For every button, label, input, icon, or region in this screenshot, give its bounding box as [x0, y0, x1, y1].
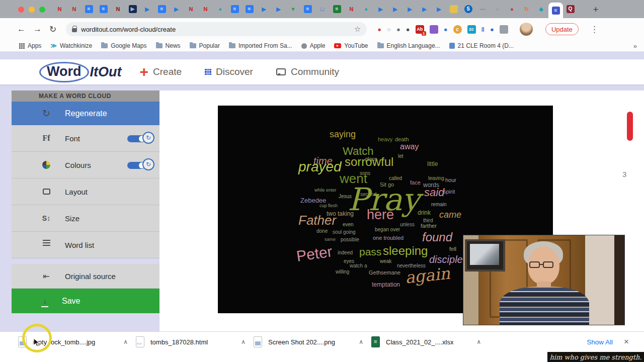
save-button[interactable]: ↓ Save: [12, 289, 159, 313]
bookmark-item[interactable]: Apple: [301, 42, 326, 49]
browser-tab[interactable]: ≡: [242, 0, 257, 18]
nav-item-discover[interactable]: Discover: [205, 66, 253, 77]
extension-icon[interactable]: zc: [467, 25, 476, 34]
browser-tab[interactable]: [446, 0, 461, 18]
sidebar-item-font[interactable]: FfFont↻: [12, 125, 159, 152]
bookmark-item[interactable]: ≫Watchkinize: [50, 42, 92, 49]
browser-tab[interactable]: ↻: [519, 0, 534, 18]
browser-tab[interactable]: ▶: [140, 0, 154, 18]
close-window-button[interactable]: [18, 7, 24, 13]
downloads-close-icon[interactable]: ×: [624, 337, 636, 347]
folder-icon: [377, 43, 384, 48]
browser-tab[interactable]: ≡: [300, 0, 315, 18]
sidebar-item-word-list[interactable]: Word list: [12, 232, 159, 258]
new-tab-button[interactable]: +: [590, 4, 602, 16]
bookmark-item[interactable]: Apps: [19, 42, 41, 49]
extension-icon[interactable]: ●: [444, 26, 448, 33]
tab-favicon: ≡: [85, 5, 93, 13]
browser-tab[interactable]: ▶: [257, 0, 271, 18]
browser-tab[interactable]: ◆: [534, 0, 548, 18]
url-text[interactable]: worditout.com/word-cloud/create: [81, 26, 176, 33]
browser-tab[interactable]: ●: [359, 0, 373, 18]
browser-tab[interactable]: ▶: [388, 0, 403, 18]
profile-avatar[interactable]: [520, 23, 533, 36]
cloud-word: called: [389, 176, 402, 181]
browser-menu-icon[interactable]: ⋮: [590, 24, 599, 35]
browser-tab[interactable]: □: [315, 0, 330, 18]
back-button[interactable]: ←: [17, 24, 26, 34]
browser-tab[interactable]: N: [344, 0, 359, 18]
bookmark-item[interactable]: English Language...: [377, 42, 440, 49]
browser-tab[interactable]: ▶: [271, 0, 286, 18]
sidebar-item-layout[interactable]: Layout: [12, 178, 159, 205]
browser-tab[interactable]: Q: [563, 0, 578, 18]
browser-tab[interactable]: ≡: [82, 0, 96, 18]
browser-tab[interactable]: ●: [213, 0, 227, 18]
browser-tab[interactable]: ≡: [548, 3, 563, 18]
browser-tab[interactable]: ≡: [330, 0, 344, 18]
browser-tab[interactable]: ≡: [154, 0, 169, 18]
browser-tab[interactable]: N: [67, 0, 82, 18]
download-chevron-icon[interactable]: ∧: [241, 338, 246, 345]
update-button[interactable]: Update: [545, 23, 579, 35]
original-source-button[interactable]: ⇤ Original source: [12, 264, 159, 289]
browser-tab[interactable]: ▶: [169, 0, 184, 18]
sidebar-item-colours[interactable]: Colours↻: [12, 152, 159, 178]
browser-tab[interactable]: ≡: [96, 0, 111, 18]
extension-icon[interactable]: [430, 25, 438, 34]
download-item[interactable]: Class_2021_02_....xlsx∧: [371, 336, 481, 347]
extension-icon[interactable]: ‖: [481, 26, 485, 33]
extension-icon[interactable]: Ab1: [416, 25, 424, 34]
extension-icon[interactable]: ●: [377, 26, 381, 33]
reload-button[interactable]: ↻: [49, 24, 56, 35]
browser-tab[interactable]: N: [198, 0, 213, 18]
url-bar[interactable]: worditout.com/word-cloud/create ☆: [66, 22, 367, 36]
download-chevron-icon[interactable]: ∧: [123, 338, 128, 345]
browser-tab[interactable]: ≡: [227, 0, 242, 18]
colours-refresh-button[interactable]: ↻: [142, 158, 154, 170]
browser-tab[interactable]: ▶: [125, 0, 140, 18]
bookmark-item[interactable]: Google Maps: [101, 42, 146, 49]
bookmark-star-icon[interactable]: ☆: [354, 25, 361, 34]
extension-icon[interactable]: ●: [396, 26, 400, 33]
minimize-window-button[interactable]: [29, 7, 35, 13]
worditout-logo[interactable]: Word ItOut: [39, 62, 121, 82]
browser-tab[interactable]: ▶: [403, 0, 417, 18]
browser-tab[interactable]: N: [52, 0, 67, 18]
browser-tab[interactable]: ▶: [373, 0, 388, 18]
browser-tab[interactable]: ●: [505, 0, 519, 18]
bookmark-item[interactable]: YouTube: [334, 42, 368, 49]
extension-icon[interactable]: c: [453, 25, 462, 34]
extension-icon[interactable]: ●: [490, 26, 494, 33]
extension-icon[interactable]: [500, 25, 508, 34]
forward-button[interactable]: →: [33, 24, 42, 34]
tab-favicon: ▶: [393, 7, 397, 12]
download-item[interactable]: tombs_187028.html∧: [136, 336, 246, 347]
download-item[interactable]: Screen Shot 202....png∧: [254, 336, 363, 347]
doc-icon: [449, 43, 455, 49]
bookmark-item[interactable]: 21 CLE Room 4 (D...: [449, 42, 514, 49]
browser-tab[interactable]: ▶: [432, 0, 446, 18]
browser-tab[interactable]: ▼: [286, 0, 300, 18]
download-chevron-icon[interactable]: ∧: [476, 338, 481, 345]
browser-tab[interactable]: ▶: [417, 0, 432, 18]
bookmarks-overflow-icon[interactable]: »: [633, 42, 637, 50]
show-all-downloads-link[interactable]: Show All: [576, 338, 624, 346]
nav-item-create[interactable]: +Create: [139, 66, 182, 77]
browser-tab[interactable]: S: [461, 0, 475, 18]
extension-icon[interactable]: ○: [387, 26, 391, 33]
extension-icon[interactable]: ●: [406, 26, 410, 33]
sidebar-item-size[interactable]: S↕Size: [12, 205, 159, 232]
browser-tab[interactable]: ●: [490, 0, 505, 18]
browser-tab[interactable]: N: [184, 0, 198, 18]
zoom-window-button[interactable]: [39, 7, 45, 13]
download-chevron-icon[interactable]: ∧: [359, 338, 363, 345]
browser-tab[interactable]: ⋯: [475, 0, 490, 18]
bookmark-item[interactable]: News: [156, 42, 181, 49]
nav-item-community[interactable]: Community: [276, 66, 339, 77]
regenerate-button[interactable]: ↻ Regenerate: [12, 102, 159, 125]
browser-tab[interactable]: N: [111, 0, 125, 18]
bookmark-item[interactable]: Popular: [190, 42, 220, 49]
bookmark-item[interactable]: Imported From Sa...: [229, 42, 292, 49]
font-refresh-button[interactable]: ↻: [142, 132, 154, 144]
